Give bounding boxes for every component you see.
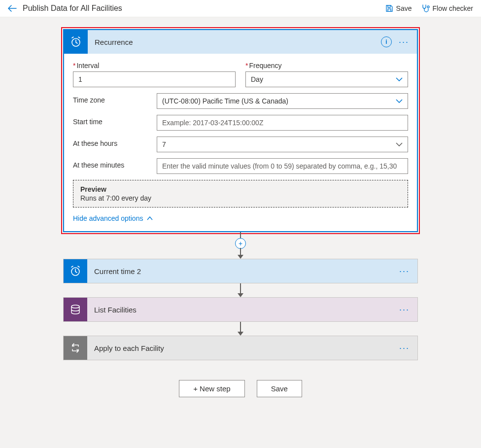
chevron-up-icon <box>147 216 153 220</box>
hide-advanced-link[interactable]: Hide advanced options <box>73 214 408 222</box>
recurrence-header[interactable]: Recurrence i ··· <box>64 30 417 54</box>
clock-icon-box <box>64 30 88 54</box>
list-facilities-header[interactable]: List Facilities ··· <box>64 298 417 321</box>
recurrence-title: Recurrence <box>95 38 374 46</box>
preview-text: Runs at 7:00 every day <box>80 194 401 202</box>
connector <box>238 322 243 336</box>
stethoscope-icon <box>421 4 430 13</box>
apply-each-card[interactable]: Apply to each Facility ··· <box>63 336 418 360</box>
save-button-top[interactable]: Save <box>385 4 412 12</box>
loop-icon <box>69 342 81 354</box>
new-step-button[interactable]: + New step <box>179 380 244 397</box>
timezone-label: Time zone <box>73 96 147 104</box>
save-button-bottom[interactable]: Save <box>257 380 302 397</box>
interval-input[interactable]: 1 <box>73 71 236 87</box>
timezone-select[interactable]: (UTC-08:00) Pacific Time (US & Canada) <box>157 93 408 109</box>
preview-box: Preview Runs at 7:00 every day <box>73 180 408 207</box>
minutes-input[interactable]: Enter the valid minute values (from 0 to… <box>157 158 408 174</box>
database-icon-box <box>64 298 87 321</box>
back-arrow-icon <box>8 5 17 12</box>
interval-label: *Interval <box>73 62 236 69</box>
recurrence-card[interactable]: Recurrence i ··· *Interval 1 *Frequency … <box>63 29 418 232</box>
recurrence-body: *Interval 1 *Frequency Day Time zone (UT… <box>64 54 417 231</box>
apply-each-header[interactable]: Apply to each Facility ··· <box>64 336 417 360</box>
preview-title: Preview <box>80 185 401 193</box>
add-step-button[interactable]: + <box>235 238 246 249</box>
frequency-label: *Frequency <box>245 62 408 69</box>
flow-title: Publish Data for All Facilities <box>23 4 122 13</box>
starttime-input[interactable]: Example: 2017-03-24T15:00:00Z <box>157 115 408 131</box>
loop-icon-box <box>64 336 87 360</box>
database-icon <box>69 304 81 315</box>
list-facilities-card[interactable]: List Facilities ··· <box>63 297 418 322</box>
topbar: Publish Data for All Facilities Save Flo… <box>0 0 481 17</box>
list-facilities-more-icon[interactable]: ··· <box>399 305 410 315</box>
list-facilities-title: List Facilities <box>94 306 392 314</box>
hours-select[interactable]: 7 <box>157 137 408 152</box>
chevron-down-icon <box>396 99 403 103</box>
current-time-title: Current time 2 <box>94 267 392 276</box>
recurrence-more-icon[interactable]: ··· <box>399 37 409 47</box>
clock-icon-box <box>64 259 87 283</box>
frequency-select[interactable]: Day <box>245 71 408 87</box>
flow-checker-label: Flow checker <box>433 4 473 12</box>
current-time-header[interactable]: Current time 2 ··· <box>64 259 417 283</box>
starttime-label: Start time <box>73 118 147 126</box>
alarm-clock-icon <box>69 265 82 277</box>
connector: + <box>235 232 246 259</box>
hours-label: At these hours <box>73 139 147 147</box>
apply-each-title: Apply to each Facility <box>94 344 392 352</box>
flow-checker-button[interactable]: Flow checker <box>421 4 473 13</box>
save-label: Save <box>396 4 412 12</box>
bottom-actions: + New step Save <box>179 380 302 397</box>
chevron-down-icon <box>396 77 403 81</box>
minutes-label: At these minutes <box>73 161 147 169</box>
current-time-card[interactable]: Current time 2 ··· <box>63 259 418 283</box>
save-icon <box>385 4 393 12</box>
info-icon[interactable]: i <box>381 36 392 47</box>
svg-point-2 <box>71 305 79 308</box>
back-button[interactable] <box>8 5 17 12</box>
alarm-clock-icon <box>69 35 82 48</box>
flow-canvas: Recurrence i ··· *Interval 1 *Frequency … <box>0 17 481 417</box>
current-time-more-icon[interactable]: ··· <box>399 266 410 276</box>
connector <box>238 283 243 297</box>
chevron-down-icon <box>396 142 403 146</box>
apply-each-more-icon[interactable]: ··· <box>399 343 410 353</box>
